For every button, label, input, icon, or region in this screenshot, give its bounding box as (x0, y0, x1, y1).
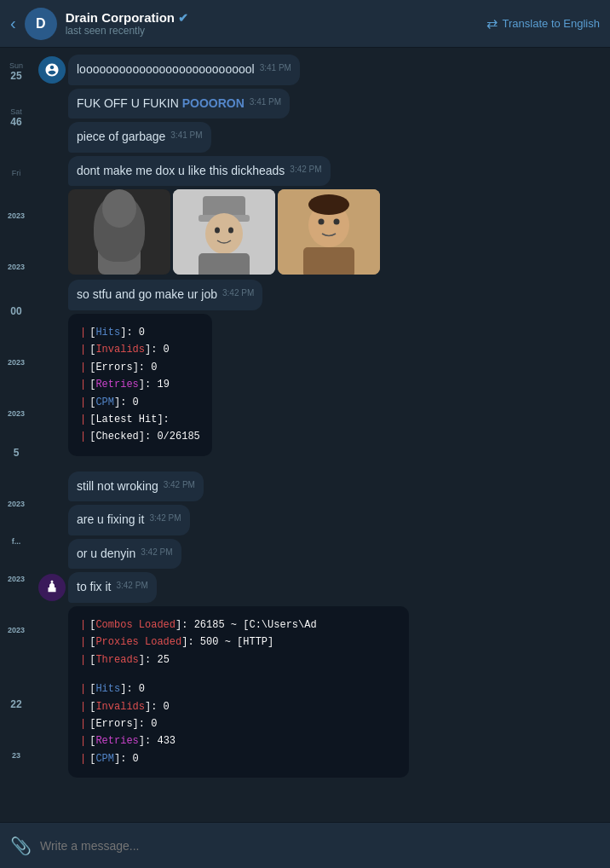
message-row: piece of garbage 3:41 PM (36, 122, 603, 154)
message-timestamp: 3:42 PM (222, 288, 254, 298)
code-line: | [Errors]: 0 (80, 359, 200, 376)
code-line: | [Errors]: 0 (80, 715, 397, 732)
svg-rect-3 (98, 242, 141, 275)
code-line (80, 668, 397, 680)
image-thumb-3[interactable] (278, 189, 380, 275)
translate-icon: ⇄ (486, 15, 498, 32)
svg-point-4 (111, 216, 116, 222)
message-bubble: looooooooooooooooooooooooool 3:41 PM (68, 55, 300, 85)
message-timestamp: 3:42 PM (149, 513, 181, 523)
date-entry-2023b: 2023 (8, 263, 25, 271)
svg-point-18 (308, 194, 349, 215)
message-text: so stfu and go make ur job (77, 287, 217, 301)
svg-point-11 (228, 228, 233, 234)
image-grid[interactable] (68, 189, 380, 275)
image-thumb-2[interactable] (173, 189, 275, 275)
chat-header: ‹ D Drain Corporation ✔ last seen recent… (0, 0, 610, 48)
message-timestamp: 3:42 PM (290, 165, 321, 174)
message-bubble: piece of garbage 3:41 PM (68, 122, 211, 153)
photo-3 (278, 189, 380, 275)
attachment-button[interactable]: 📎 (10, 836, 32, 856)
message-timestamp: 3:42 PM (141, 547, 172, 557)
message-bubble: to fix it 3:42 PM (68, 572, 157, 603)
date-entry-5: 5 (14, 447, 20, 459)
code-line: | [Hits]: 0 (80, 324, 200, 341)
message-row: or u denyin 3:42 PM (36, 539, 603, 571)
date-entry-f: f... (12, 537, 21, 546)
code-line: | [Retries]: 19 (80, 376, 200, 393)
message-bubble: FUK OFF U FUKIN POOORON 3:41 PM (68, 89, 290, 119)
message-row: to fix it 3:42 PM (36, 572, 603, 605)
svg-rect-12 (199, 253, 250, 275)
sender-avatar-2 (38, 574, 66, 601)
sender-avatar (38, 56, 66, 84)
message-row: FUK OFF U FUKIN POOORON 3:41 PM (36, 89, 603, 121)
messages-container: looooooooooooooooooooooooool 3:41 PM FUK… (32, 55, 610, 815)
code-line: | [Combos Loaded]: 26185 ~ [C:\Users\Ad (80, 616, 397, 634)
code-line: | [Invalids]: 0 (80, 341, 200, 358)
avatar-slot (36, 55, 68, 84)
contact-name: Drain Corporation ✔ (66, 10, 188, 25)
contact-avatar: D (25, 8, 57, 40)
message-text: dont make me dox u like this dickheads (77, 164, 285, 177)
code-line: | [Invalids]: 0 (80, 698, 397, 715)
svg-point-15 (319, 219, 325, 225)
message-text: piece of garbage (77, 130, 165, 143)
message-row: so stfu and go make ur job 3:42 PM (36, 280, 603, 312)
date-entry-sat: Sat 46 (10, 107, 22, 128)
message-row: looooooooooooooooooooooooool 3:41 PM (36, 55, 603, 87)
message-text: looooooooooooooooooooooooool (77, 62, 255, 76)
date-entry-fri: Fri (12, 169, 21, 177)
date-entry-2023c: 2023 (8, 358, 25, 367)
date-entry-2023d: 2023 (8, 409, 25, 418)
date-entry-23: 23 (12, 751, 20, 760)
date-entry-2023e: 2023 (8, 500, 25, 508)
message-row: are u fixing it 3:42 PM (36, 505, 603, 537)
date-entry-2023g: 2023 (8, 626, 25, 634)
message-timestamp: 3:41 PM (250, 97, 281, 107)
message-row: dont make me dox u like this dickheads 3… (36, 156, 603, 188)
avatar-slot (36, 572, 68, 601)
image-thumb-1[interactable] (68, 189, 170, 275)
code-line: | [CPM]: 0 (80, 394, 200, 411)
svg-rect-17 (303, 247, 354, 275)
contact-info: Drain Corporation ✔ last seen recently (66, 10, 188, 37)
message-row-code: | [Hits]: 0 | [Invalids]: 0 | [Errors]: … (36, 314, 603, 460)
svg-point-16 (334, 219, 340, 225)
message-text: to fix it (77, 580, 111, 593)
translate-button[interactable]: ⇄ Translate to English (486, 15, 600, 32)
svg-point-2 (104, 205, 135, 239)
date-entry-2023f: 2023 (8, 575, 25, 583)
message-bubble: or u denyin 3:42 PM (68, 539, 181, 570)
code-block-2: | [Combos Loaded]: 26185 ~ [C:\Users\Ad … (68, 606, 409, 778)
code-line: | [Threads]: 25 (80, 651, 397, 668)
date-sidebar: Sun 25 Sat 46 Fri 2023 2023 00 2023 (0, 55, 32, 815)
message-row-images (36, 189, 603, 278)
svg-point-10 (215, 228, 220, 234)
message-input[interactable] (40, 839, 600, 853)
message-timestamp: 3:42 PM (164, 480, 195, 489)
code-line: | [CPM]: 0 (80, 750, 397, 767)
code-line: | [Retries]: 433 (80, 732, 397, 749)
code-line: | [Hits]: 0 (80, 680, 397, 697)
message-row: still not wroking 3:42 PM (36, 472, 603, 504)
verified-icon: ✔ (178, 11, 188, 25)
message-text: FUK OFF U FUKIN POOORON (77, 96, 245, 110)
svg-point-9 (205, 213, 243, 254)
message-text: still not wroking (77, 479, 158, 493)
message-timestamp: 3:41 PM (170, 130, 202, 140)
message-timestamp: 3:42 PM (116, 581, 147, 590)
date-entry-sun: Sun 25 (9, 61, 23, 82)
date-entry-22: 22 (10, 698, 21, 710)
photo-2 (173, 189, 275, 275)
contact-status: last seen recently (66, 25, 188, 37)
message-timestamp: 3:41 PM (260, 63, 291, 72)
code-line: | [Proxies Loaded]: 500 ~ [HTTP] (80, 634, 397, 651)
code-line: | [Latest Hit]: (80, 411, 200, 428)
message-text: or u denyin (77, 547, 135, 560)
back-button[interactable]: ‹ (10, 14, 16, 33)
svg-point-5 (123, 216, 128, 222)
date-entry-00: 00 (10, 305, 21, 317)
code-line: | [Checked]: 0/26185 (80, 428, 200, 445)
message-bubble: dont make me dox u like this dickheads 3… (68, 156, 331, 187)
